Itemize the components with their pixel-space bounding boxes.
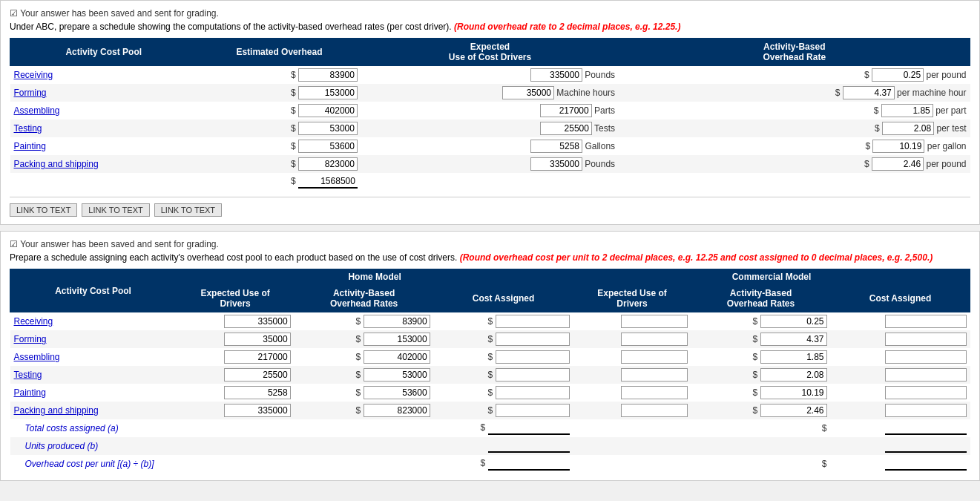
comm-rate-input[interactable] — [760, 350, 827, 364]
rate-input[interactable] — [882, 122, 934, 135]
total-input[interactable] — [298, 175, 358, 189]
comm-cost-input[interactable] — [885, 315, 967, 328]
comm-exp-input[interactable] — [621, 368, 688, 382]
comm-exp-cell — [573, 312, 691, 331]
links-row: LINK TO TEXT LINK TO TEXT LINK TO TEXT — [10, 203, 970, 217]
comm-abc-rates-header: Activity-BasedOverhead Rates — [691, 285, 831, 312]
expected-cell: Gallons — [361, 137, 619, 155]
home-cost-input[interactable] — [496, 386, 570, 399]
footer-label: Total costs assigned (a) — [10, 419, 434, 437]
home-exp-input[interactable] — [224, 368, 291, 382]
rate-cell: $ per machine hour — [619, 84, 970, 102]
comm-rate-input[interactable] — [760, 386, 827, 399]
comm-cost-input[interactable] — [885, 386, 967, 399]
footer-home-input-1[interactable] — [488, 439, 570, 453]
comm-exp-input[interactable] — [621, 386, 688, 399]
row-label: Packing and shipping — [10, 155, 197, 173]
home-rate-input[interactable] — [364, 386, 430, 399]
home-exp-cell — [177, 312, 295, 331]
comm-exp-input[interactable] — [621, 315, 688, 328]
home-rate-cell: $ — [295, 384, 434, 402]
comm-exp-cell — [573, 348, 691, 366]
footer-comm-input-1[interactable] — [885, 439, 967, 453]
expected-input[interactable] — [530, 157, 582, 171]
rate-cell: $ per pound — [619, 155, 970, 173]
comm-cost-input[interactable] — [885, 368, 967, 382]
comm-rate-input[interactable] — [760, 333, 827, 346]
expected-cell: Machine hours — [361, 84, 619, 102]
expected-input[interactable] — [540, 122, 592, 135]
comm-exp-input[interactable] — [621, 350, 688, 364]
footer-label: Overhead cost per unit [(a) ÷ (b)] — [10, 455, 434, 473]
comm-rate-input[interactable] — [760, 404, 827, 417]
section2-table: Activity Cost Pool Home Model Commercial… — [10, 269, 970, 473]
col-activity-header: Activity Cost Pool — [10, 39, 197, 66]
link-btn-1[interactable]: LINK TO TEXT — [10, 203, 77, 217]
expected-input[interactable] — [530, 68, 582, 82]
home-rate-input[interactable] — [364, 333, 430, 346]
row-label: Assembling — [10, 102, 197, 119]
expected-input[interactable] — [540, 104, 592, 117]
rate-input[interactable] — [881, 104, 933, 117]
row-label: Receiving — [10, 312, 177, 331]
expected-input[interactable] — [502, 86, 554, 99]
overhead-input[interactable] — [298, 122, 358, 135]
table-row: Assembling $ Parts $ per part — [10, 102, 970, 119]
col-estimated-header: Estimated Overhead — [197, 39, 361, 66]
rate-input[interactable] — [843, 86, 895, 99]
expected-cell: Parts — [361, 102, 619, 119]
home-exp-cell — [177, 366, 295, 384]
home-rate-input[interactable] — [364, 368, 430, 382]
rate-input[interactable] — [872, 140, 924, 153]
overhead-cell: $ — [197, 84, 361, 102]
comm-cost-input[interactable] — [885, 350, 967, 364]
footer-comm-input-0[interactable] — [885, 422, 967, 435]
home-exp-input[interactable] — [224, 350, 291, 364]
comm-cost-input[interactable] — [885, 404, 967, 417]
saved-message-1: ☑ Your answer has been saved and sent fo… — [10, 8, 970, 19]
home-abc-rates-header: Activity-BasedOverhead Rates — [295, 285, 434, 312]
comm-cost-cell — [831, 330, 970, 348]
home-exp-input[interactable] — [224, 386, 291, 399]
home-cost-input[interactable] — [496, 404, 570, 417]
home-exp-input[interactable] — [224, 404, 291, 417]
comm-exp-input[interactable] — [621, 404, 688, 417]
link-btn-3[interactable]: LINK TO TEXT — [154, 203, 222, 217]
footer-home-input-0[interactable] — [488, 422, 570, 435]
overhead-input[interactable] — [298, 104, 358, 117]
overhead-input[interactable] — [298, 68, 358, 82]
home-cost-input[interactable] — [496, 315, 570, 328]
comm-exp-input[interactable] — [621, 333, 688, 346]
comm-exp-cell — [573, 402, 691, 419]
home-rate-input[interactable] — [364, 404, 430, 417]
table-row: Painting $ $ $ — [10, 384, 970, 402]
expected-input[interactable] — [530, 140, 582, 153]
instruction-2: Prepare a schedule assigning each activi… — [10, 252, 970, 263]
comm-rate-cell: $ — [691, 348, 831, 366]
saved-message-2: ☑ Your answer has been saved and sent fo… — [10, 239, 970, 249]
footer-home-input-2[interactable] — [488, 457, 570, 471]
link-btn-2[interactable]: LINK TO TEXT — [82, 203, 149, 217]
comm-rate-cell: $ — [691, 402, 831, 419]
rate-cell: $ per test — [619, 119, 970, 137]
overhead-input[interactable] — [298, 86, 358, 99]
home-exp-input[interactable] — [224, 315, 291, 328]
home-cost-cell: $ — [434, 312, 573, 331]
overhead-input[interactable] — [298, 157, 358, 171]
home-cost-input[interactable] — [496, 368, 570, 382]
row-label: Testing — [10, 119, 197, 137]
home-exp-input[interactable] — [224, 333, 291, 346]
home-cost-input[interactable] — [496, 333, 570, 346]
rate-input[interactable] — [872, 68, 924, 82]
comm-rate-input[interactable] — [760, 315, 827, 328]
comm-cost-input[interactable] — [885, 333, 967, 346]
home-cost-input[interactable] — [496, 350, 570, 364]
home-rate-input[interactable] — [364, 315, 430, 328]
overhead-input[interactable] — [298, 140, 358, 153]
comm-rate-cell: $ — [691, 366, 831, 384]
footer-row: Overhead cost per unit [(a) ÷ (b)] $ $ — [10, 455, 970, 473]
footer-comm-input-2[interactable] — [885, 457, 967, 471]
rate-input[interactable] — [872, 157, 924, 171]
home-rate-input[interactable] — [364, 350, 430, 364]
comm-rate-input[interactable] — [760, 368, 827, 382]
